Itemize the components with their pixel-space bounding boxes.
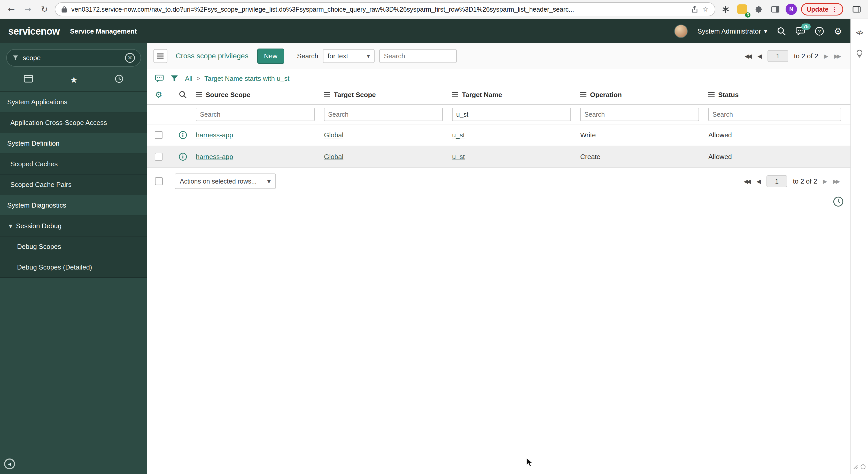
prev-page-icon[interactable]: ◀	[756, 178, 761, 184]
select-all-checkbox[interactable]	[155, 177, 163, 185]
browser-update-button[interactable]: Update ⋮	[801, 3, 843, 15]
user-caret-icon: ▼	[764, 29, 767, 34]
record-info-icon[interactable]	[170, 153, 196, 161]
list-title[interactable]: Cross scope privileges	[176, 52, 249, 60]
url-text[interactable]: ven03172.service-now.com/nav_to.do?uri=%…	[71, 6, 687, 13]
history-clock-icon[interactable]	[115, 74, 123, 85]
target-name-link[interactable]: u_st	[452, 153, 465, 161]
list-search-input[interactable]	[379, 49, 457, 63]
search-target-scope-input[interactable]	[324, 108, 443, 121]
share-icon[interactable]	[691, 6, 698, 13]
idea-bulb-icon[interactable]	[856, 49, 863, 58]
table-header-row: ⚙ Source Scope Target Scope	[147, 88, 850, 105]
row-checkbox[interactable]	[155, 131, 162, 139]
page-row-input[interactable]	[768, 50, 788, 62]
search-target-name-input[interactable]	[452, 108, 571, 121]
browser-back-icon[interactable]: ←	[5, 3, 18, 15]
column-search-row	[147, 105, 850, 125]
navigator-filter-input[interactable]	[23, 54, 121, 62]
column-search-toggle-icon[interactable]	[170, 91, 196, 99]
extension-yellow-icon[interactable]: 3	[736, 3, 748, 15]
column-header-operation[interactable]: Operation	[580, 91, 708, 99]
target-name-link[interactable]: u_st	[452, 131, 465, 139]
browser-sidebar-toggle-icon[interactable]	[850, 3, 863, 15]
last-page-icon[interactable]: ▶▶	[833, 178, 840, 184]
browser-profile-avatar[interactable]: N	[785, 4, 797, 15]
sidebar-item-scoped-cache-pairs[interactable]: Scoped Cache Pairs	[0, 174, 147, 195]
breadcrumb-filter-link[interactable]: Target Name starts with u_st	[204, 75, 289, 82]
actions-select[interactable]: Actions on selected rows... ▼	[175, 173, 276, 189]
sidebar-item-system-applications[interactable]: System Applications	[0, 92, 147, 112]
column-header-source-scope[interactable]: Source Scope	[196, 91, 324, 99]
collapse-caret-icon[interactable]: ▼	[9, 223, 12, 229]
help-icon[interactable]: ?	[815, 27, 824, 36]
all-applications-icon[interactable]	[24, 75, 33, 85]
servicenow-logo: servicenow	[8, 26, 60, 37]
side-panel-icon[interactable]	[769, 3, 781, 15]
filter-icon[interactable]	[170, 75, 178, 82]
next-page-icon[interactable]: ▶	[823, 178, 827, 184]
filter-funnel-icon	[12, 55, 19, 61]
user-menu[interactable]: System Administrator ▼	[698, 27, 767, 35]
browser-reload-icon[interactable]: ↻	[38, 3, 51, 15]
source-scope-link[interactable]: harness-app	[196, 131, 233, 139]
row-checkbox[interactable]	[155, 153, 162, 161]
nav-label: System Diagnostics	[7, 201, 66, 209]
page-row-input[interactable]	[767, 175, 787, 187]
breadcrumb-all-link[interactable]: All	[185, 75, 192, 82]
url-bar[interactable]: ven03172.service-now.com/nav_to.do?uri=%…	[55, 2, 715, 16]
last-page-icon[interactable]: ▶▶	[834, 53, 841, 59]
sidebar-item-scoped-caches[interactable]: Scoped Caches	[0, 154, 147, 174]
filter-clear-icon[interactable]: ✕	[125, 53, 135, 63]
search-status-input[interactable]	[708, 108, 841, 121]
search-type-select[interactable]: for text ▼	[323, 49, 375, 63]
favorites-star-icon[interactable]: ★	[70, 75, 78, 85]
prev-page-icon[interactable]: ◀	[757, 53, 762, 59]
sidebar-item-system-diagnostics[interactable]: System Diagnostics	[0, 195, 147, 216]
sidebar-item-debug-scopes-detailed[interactable]: Debug Scopes (Detailed)	[0, 257, 147, 278]
code-panel-icon[interactable]: </>	[856, 29, 863, 36]
list-context-menu-icon[interactable]	[153, 49, 167, 63]
resize-handle-icon[interactable]	[853, 462, 858, 471]
browser-forward-icon[interactable]: →	[22, 3, 34, 15]
search-source-scope-input[interactable]	[196, 108, 315, 121]
global-search-icon[interactable]	[777, 27, 786, 36]
settings-gear-icon[interactable]: ⚙	[834, 26, 842, 37]
extension-asterisk-icon[interactable]	[719, 3, 732, 15]
extension-badge: 3	[745, 12, 750, 18]
nav-label: Application Cross-Scope Access	[10, 119, 107, 127]
sidebar-item-session-debug[interactable]: ▼ Session Debug	[0, 216, 147, 236]
target-scope-link[interactable]: Global	[324, 131, 343, 139]
sidebar-item-system-definition[interactable]: System Definition	[0, 133, 147, 154]
sidebar-collapse-button[interactable]: ◀	[4, 459, 15, 469]
target-scope-link[interactable]: Global	[324, 153, 343, 161]
refresh-timer-icon[interactable]	[833, 196, 844, 209]
info-small-icon[interactable]	[861, 462, 866, 471]
activity-stream-icon[interactable]	[155, 75, 164, 82]
browser-chrome: ← → ↻ ven03172.service-now.com/nav_to.do…	[0, 0, 868, 19]
first-page-icon[interactable]: ◀◀	[745, 53, 752, 59]
pagination-bottom: ◀◀ ◀ to 2 of 2 ▶ ▶▶	[744, 175, 840, 187]
navigator-tabs: ★	[0, 70, 147, 92]
column-header-target-scope[interactable]: Target Scope	[324, 91, 452, 99]
sidebar-item-debug-scopes[interactable]: Debug Scopes	[0, 236, 147, 257]
sidebar-item-application-cross-scope-access[interactable]: Application Cross-Scope Access	[0, 112, 147, 133]
source-scope-link[interactable]: harness-app	[196, 153, 233, 161]
next-page-icon[interactable]: ▶	[824, 53, 828, 59]
nav-label: Session Debug	[16, 222, 61, 230]
new-button[interactable]: New	[257, 48, 284, 64]
extensions-puzzle-icon[interactable]	[752, 3, 765, 15]
personalize-gear-icon[interactable]: ⚙	[155, 90, 162, 100]
search-operation-input[interactable]	[580, 108, 699, 121]
browser-menu-icon[interactable]: ⋮	[831, 5, 838, 13]
breadcrumb-separator: >	[196, 75, 200, 82]
column-header-status[interactable]: Status	[708, 91, 850, 99]
first-page-icon[interactable]: ◀◀	[744, 178, 751, 184]
column-header-target-name[interactable]: Target Name	[452, 91, 580, 99]
bookmark-star-icon[interactable]: ☆	[702, 5, 709, 14]
user-name: System Administrator	[698, 27, 761, 35]
select-caret-icon: ▼	[367, 54, 370, 59]
record-info-icon[interactable]	[170, 131, 196, 139]
user-avatar[interactable]	[674, 25, 688, 38]
conversations-icon[interactable]: 75	[796, 27, 805, 35]
